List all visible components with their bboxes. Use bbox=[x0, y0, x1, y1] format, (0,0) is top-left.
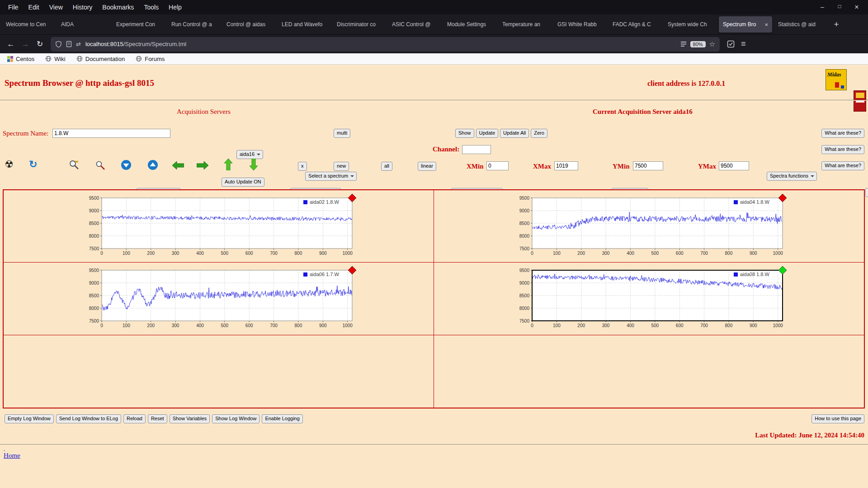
spectrum-name-input[interactable] bbox=[52, 129, 170, 138]
tab-fadc-align-c[interactable]: FADC Align & C bbox=[609, 16, 662, 33]
auto-update-button[interactable]: Auto Update ON bbox=[222, 178, 264, 187]
arrow-up-icon[interactable] bbox=[224, 159, 232, 170]
spectrum-chart-aida04[interactable]: 7500800085009000950001002003004005006007… bbox=[510, 192, 787, 260]
gallery-cell[interactable]: 7500800085009000950001002003004005006007… bbox=[4, 190, 434, 263]
enable-logging-button[interactable]: Enable Logging bbox=[262, 414, 302, 423]
home-link[interactable]: Home bbox=[4, 452, 20, 460]
ymax-input[interactable] bbox=[719, 161, 749, 170]
tab-module-settings[interactable]: Module Settings bbox=[443, 16, 496, 33]
maximize-icon[interactable]: □ bbox=[835, 3, 844, 11]
tab-control-aidas[interactable]: Control @ aidas bbox=[222, 16, 276, 33]
multi-button[interactable]: multi bbox=[334, 129, 350, 138]
all-button[interactable]: all bbox=[381, 162, 392, 171]
swap-icon[interactable]: ⇄ bbox=[76, 41, 81, 47]
linear-button[interactable]: linear bbox=[418, 162, 436, 171]
spectrum-select[interactable]: Select a spectrum bbox=[305, 172, 357, 181]
spectrum-chart-aida06[interactable]: 7500800085009000950001002003004005006007… bbox=[80, 265, 357, 333]
channel-input[interactable] bbox=[462, 145, 491, 154]
circle-up-icon[interactable] bbox=[147, 160, 158, 170]
arrow-right-icon[interactable] bbox=[197, 161, 208, 169]
zoom-out-icon[interactable] bbox=[95, 160, 105, 170]
reader-mode-icon[interactable] bbox=[680, 41, 687, 47]
gallery-cell[interactable]: 7500800085009000950001002003004005006007… bbox=[434, 190, 864, 263]
tab-gsi-white-rabb[interactable]: GSI White Rabb bbox=[553, 16, 607, 33]
galleries-select[interactable]: Number of Galleries bbox=[865, 188, 868, 197]
ymin-input[interactable] bbox=[633, 161, 663, 170]
tab-statistics-aid[interactable]: Statistics @ aid bbox=[774, 16, 827, 33]
back-icon[interactable]: ← bbox=[4, 38, 18, 51]
spectra-functions-select[interactable]: Spectra functions bbox=[767, 172, 817, 181]
gallery-cell[interactable]: 7500800085009000950001002003004005006007… bbox=[434, 263, 864, 335]
tab-discriminator-co[interactable]: Discriminator co bbox=[333, 16, 386, 33]
bookmark-wiki[interactable]: Wiki bbox=[45, 56, 66, 62]
arrow-down-icon[interactable] bbox=[250, 159, 258, 170]
svg-text:500: 500 bbox=[651, 323, 659, 328]
svg-text:9500: 9500 bbox=[519, 195, 530, 200]
show-variables-button[interactable]: Show Variables bbox=[170, 414, 210, 423]
url-bar[interactable]: ⇄ localhost:8015/Spectrum/Spectrum.tml 8… bbox=[51, 37, 720, 52]
bookmark-documentation[interactable]: Documentation bbox=[76, 56, 125, 62]
tab-system-wide-ch[interactable]: System wide Ch bbox=[664, 16, 717, 33]
radiation-icon[interactable]: ☢ bbox=[5, 160, 14, 169]
update-button[interactable]: Update bbox=[476, 129, 498, 138]
tab-temperature-an[interactable]: Temperature an bbox=[498, 16, 552, 33]
tab-led-and-wavefo[interactable]: LED and Wavefo bbox=[278, 16, 331, 33]
menu-file[interactable]: File bbox=[4, 1, 23, 13]
arrow-left-icon[interactable] bbox=[172, 161, 184, 169]
spectrum-chart-aida08[interactable]: 7500800085009000950001002003004005006007… bbox=[510, 265, 787, 333]
extension-icon[interactable] bbox=[727, 40, 735, 48]
new-button[interactable]: new bbox=[334, 162, 349, 171]
menu-help[interactable]: Help bbox=[164, 1, 186, 13]
empty-log-window-button[interactable]: Empty Log Window bbox=[5, 414, 54, 423]
shield-icon[interactable] bbox=[55, 41, 62, 48]
tab-close-icon[interactable]: × bbox=[764, 21, 768, 28]
reload-button[interactable]: Reload bbox=[123, 414, 146, 423]
gallery-cell[interactable] bbox=[434, 335, 864, 408]
x-button[interactable]: x bbox=[298, 162, 307, 171]
menu-bookmarks[interactable]: Bookmarks bbox=[98, 1, 138, 13]
refresh-icon[interactable]: ↻ bbox=[29, 160, 37, 169]
tab-welcome-to-cen[interactable]: Welcome to Cen bbox=[2, 16, 55, 33]
close-icon[interactable]: × bbox=[853, 3, 861, 11]
zoom-level-badge[interactable]: 80% bbox=[690, 41, 706, 47]
tab-spectrum-bro[interactable]: Spectrum Bro× bbox=[719, 16, 772, 33]
new-tab-button[interactable]: + bbox=[829, 17, 844, 32]
circle-down-icon[interactable] bbox=[121, 160, 132, 170]
tab-asic-control[interactable]: ASIC Control @ bbox=[388, 16, 441, 33]
tab-aida[interactable]: AIDA bbox=[57, 16, 110, 33]
menu-icon[interactable]: ≡ bbox=[741, 39, 746, 49]
forward-icon[interactable]: → bbox=[18, 38, 33, 51]
minimize-icon[interactable]: – bbox=[818, 3, 826, 11]
menu-edit[interactable]: Edit bbox=[24, 1, 44, 13]
reset-button[interactable]: Reset bbox=[148, 414, 167, 423]
menu-history[interactable]: History bbox=[68, 1, 97, 13]
update-all-button[interactable]: Update All bbox=[500, 129, 529, 138]
what-are-these-button[interactable]: What are these? bbox=[821, 145, 864, 154]
menu-tools[interactable]: Tools bbox=[139, 1, 163, 13]
tab-run-control-a[interactable]: Run Control @ a bbox=[167, 16, 221, 33]
bookmark-star-icon[interactable]: ☆ bbox=[709, 40, 715, 48]
bookmark-forums[interactable]: Forums bbox=[136, 56, 165, 62]
send-log-window-to-elog-button[interactable]: Send Log Window to ELog bbox=[56, 414, 121, 423]
gallery-cell[interactable]: 7500800085009000950001002003004005006007… bbox=[4, 263, 434, 335]
page-icon[interactable] bbox=[66, 41, 72, 47]
show-button[interactable]: Show bbox=[455, 129, 474, 138]
reload-icon[interactable]: ↻ bbox=[33, 38, 47, 51]
zero-button[interactable]: Zero bbox=[531, 129, 547, 138]
how-to-button[interactable]: How to use this page bbox=[811, 414, 864, 423]
xmin-input[interactable] bbox=[486, 161, 509, 170]
show-log-window-button[interactable]: Show Log Window bbox=[212, 414, 259, 423]
zoom-in-icon[interactable] bbox=[69, 160, 80, 170]
firefox-window: FileEditViewHistoryBookmarksToolsHelp – … bbox=[0, 0, 868, 488]
xmax-input[interactable] bbox=[554, 161, 578, 170]
spectrum-chart-aida02[interactable]: 7500800085009000950001002003004005006007… bbox=[80, 192, 357, 260]
acquisition-server-select[interactable]: aida16 bbox=[236, 150, 263, 159]
svg-text:0: 0 bbox=[100, 323, 103, 328]
menu-view[interactable]: View bbox=[45, 1, 67, 13]
svg-text:8000: 8000 bbox=[89, 306, 99, 311]
bookmark-centos[interactable]: Centos bbox=[7, 56, 34, 62]
what-are-these-button[interactable]: What are these? bbox=[821, 161, 864, 170]
gallery-cell[interactable] bbox=[4, 335, 434, 408]
tab-experiment-con[interactable]: Experiment Con bbox=[112, 16, 165, 33]
what-are-these-button[interactable]: What are these? bbox=[821, 129, 864, 138]
